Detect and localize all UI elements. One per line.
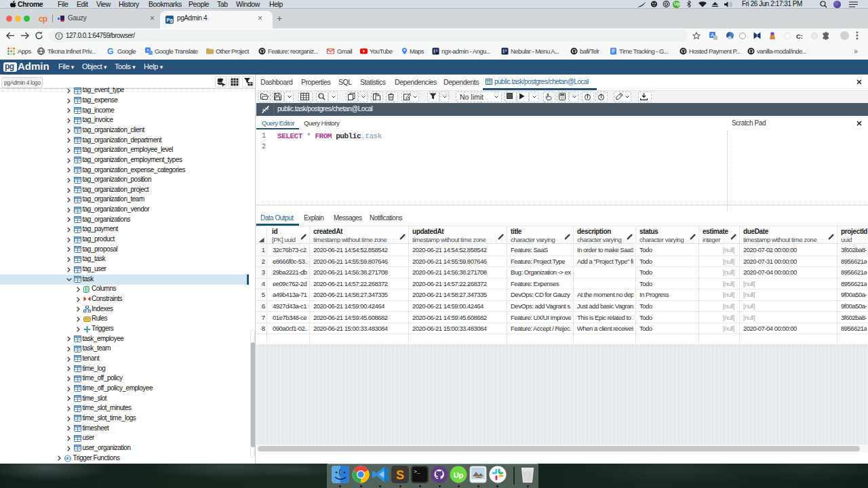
svg-text:S: S [396,468,404,482]
svg-text:Up: Up [454,471,464,479]
svg-text:>_: >_ [414,468,420,474]
